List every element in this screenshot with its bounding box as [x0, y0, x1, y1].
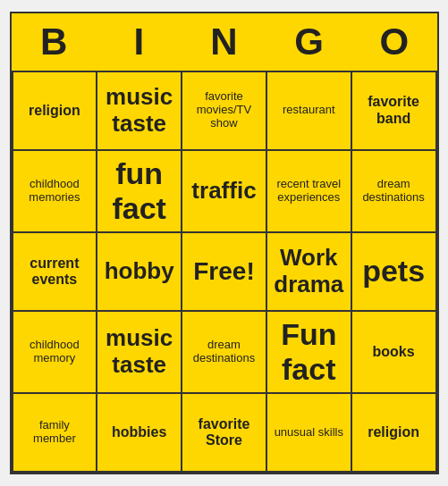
bingo-cell: traffic: [182, 151, 267, 233]
cell-text: Fun fact: [271, 317, 347, 387]
bingo-cell: dream destinations: [352, 151, 437, 233]
bingo-grid: religionmusic tastefavorite movies/TV sh…: [12, 71, 437, 473]
bingo-card: BINGO religionmusic tastefavorite movies…: [10, 12, 439, 474]
cell-text: unusual skills: [275, 426, 343, 440]
bingo-cell: fun fact: [97, 151, 182, 233]
bingo-cell: childhood memories: [13, 151, 98, 233]
bingo-cell: music taste: [97, 312, 182, 394]
bingo-cell: favorite Store: [182, 394, 267, 473]
bingo-cell: religion: [13, 72, 98, 151]
cell-text: current events: [17, 256, 93, 289]
bingo-cell: recent travel experiences: [267, 151, 352, 233]
cell-text: recent travel experiences: [271, 178, 347, 205]
bingo-cell: unusual skills: [267, 394, 352, 473]
bingo-header: BINGO: [12, 13, 437, 71]
cell-text: family member: [17, 419, 93, 446]
cell-text: dream destinations: [186, 339, 262, 365]
bingo-cell: family member: [13, 394, 98, 473]
bingo-cell: restaurant: [267, 72, 352, 151]
bingo-cell: favorite band: [352, 72, 437, 151]
bingo-letter: O: [351, 13, 436, 71]
cell-text: favorite movies/TV show: [186, 90, 262, 130]
cell-text: pets: [362, 254, 425, 289]
cell-text: favorite Store: [186, 416, 262, 449]
cell-text: dream destinations: [356, 178, 432, 205]
cell-text: hobbies: [112, 424, 166, 440]
bingo-cell: Work drama: [267, 233, 352, 312]
cell-text: religion: [29, 103, 80, 119]
bingo-cell: current events: [13, 233, 98, 312]
cell-text: traffic: [191, 178, 256, 205]
bingo-cell: books: [352, 312, 437, 394]
bingo-cell: Free!: [182, 233, 267, 312]
bingo-cell: religion: [352, 394, 437, 473]
cell-text: fun fact: [101, 156, 177, 226]
bingo-cell: music taste: [97, 72, 182, 151]
cell-text: music taste: [101, 84, 177, 138]
cell-text: restaurant: [283, 104, 335, 117]
bingo-letter: I: [97, 13, 182, 71]
cell-text: Free!: [193, 257, 254, 286]
cell-text: Work drama: [271, 245, 347, 298]
bingo-cell: pets: [352, 233, 437, 312]
bingo-cell: dream destinations: [182, 312, 267, 394]
bingo-letter: G: [266, 13, 351, 71]
cell-text: books: [373, 344, 415, 360]
bingo-cell: hobbies: [97, 394, 182, 473]
cell-text: hobby: [105, 258, 174, 285]
cell-text: favorite band: [356, 94, 432, 127]
bingo-letter: N: [182, 13, 266, 71]
cell-text: music taste: [101, 325, 177, 379]
bingo-cell: hobby: [97, 233, 182, 312]
bingo-cell: childhood memory: [13, 312, 98, 394]
bingo-cell: favorite movies/TV show: [182, 72, 267, 151]
bingo-letter: B: [12, 13, 97, 71]
cell-text: religion: [368, 424, 419, 440]
bingo-cell: Fun fact: [267, 312, 352, 394]
cell-text: childhood memories: [17, 178, 93, 205]
cell-text: childhood memory: [17, 339, 93, 365]
